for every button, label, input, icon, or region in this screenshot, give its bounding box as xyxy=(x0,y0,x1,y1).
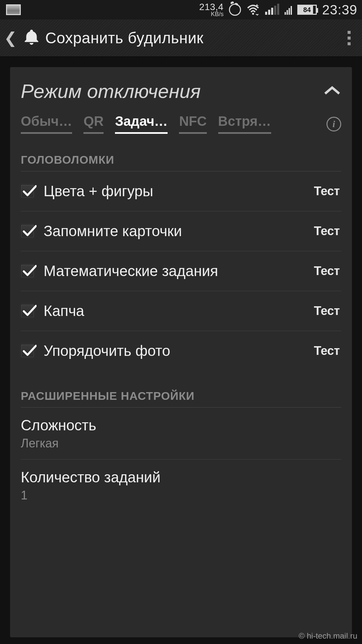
test-button[interactable]: Тест xyxy=(313,261,341,281)
battery-icon: 84 xyxy=(297,5,317,15)
overflow-menu-button[interactable] xyxy=(344,28,354,49)
content-area: Режим отключения Обыч… QR Задач… NFC Вст… xyxy=(0,57,362,637)
puzzle-row-captcha[interactable]: Капча Тест xyxy=(21,291,341,331)
cell-signal-icon xyxy=(265,5,279,15)
setting-task-count[interactable]: Количество заданий 1 xyxy=(21,460,341,511)
battery-percent: 84 xyxy=(303,6,311,14)
dismiss-mode-card: Режим отключения Обыч… QR Задач… NFC Вст… xyxy=(10,67,352,637)
svg-point-0 xyxy=(252,13,254,15)
setting-value: 1 xyxy=(21,488,341,502)
watermark: © hi-tech.mail.ru xyxy=(299,631,357,641)
setting-value: Легкая xyxy=(21,436,341,450)
tab-tasks[interactable]: Задач… xyxy=(115,114,168,134)
test-button[interactable]: Тест xyxy=(313,181,341,201)
test-button[interactable]: Тест xyxy=(313,221,341,241)
checkbox-icon[interactable] xyxy=(21,264,34,278)
setting-label: Количество заданий xyxy=(21,469,341,486)
section-header[interactable]: Режим отключения xyxy=(21,75,341,114)
checkbox-icon[interactable] xyxy=(21,224,34,238)
test-button[interactable]: Тест xyxy=(313,301,341,321)
alarm-set-icon xyxy=(229,4,241,16)
tab-qr[interactable]: QR xyxy=(83,114,104,134)
gallery-notification-icon xyxy=(6,4,21,15)
puzzle-row-math[interactable]: Математические задания Тест xyxy=(21,251,341,291)
puzzle-row-colors-shapes[interactable]: Цвета + фигуры Тест xyxy=(21,171,341,211)
chevron-up-icon xyxy=(323,85,341,98)
setting-label: Сложность xyxy=(21,417,341,434)
status-clock: 23:39 xyxy=(322,2,357,17)
action-bar: ❮ Сохранить будильник xyxy=(0,19,362,57)
page-title: Сохранить будильник xyxy=(45,29,203,47)
puzzle-label: Упорядочить фото xyxy=(44,342,303,359)
tabs-row: Обыч… QR Задач… NFC Встря… i xyxy=(21,114,341,135)
checkbox-icon[interactable] xyxy=(21,184,34,198)
section-title: Режим отключения xyxy=(21,80,201,102)
back-button[interactable]: ❮ xyxy=(3,29,18,47)
puzzle-label: Математические задания xyxy=(44,263,303,279)
puzzle-row-sort-photo[interactable]: Упорядочить фото Тест xyxy=(21,331,341,371)
puzzle-row-memorize-cards[interactable]: Запомните карточки Тест xyxy=(21,211,341,251)
alarm-bell-icon xyxy=(22,28,41,48)
status-bar: 213,4 KB/s 84 23:39 xyxy=(0,0,362,19)
group-label-advanced: РАСШИРЕННЫЕ НАСТРОЙКИ xyxy=(21,389,341,408)
group-label-puzzles: ГОЛОВОЛОМКИ xyxy=(21,153,341,171)
setting-difficulty[interactable]: Сложность Легкая xyxy=(21,408,341,460)
puzzle-label: Цвета + фигуры xyxy=(44,183,303,200)
test-button[interactable]: Тест xyxy=(313,341,341,361)
checkbox-icon[interactable] xyxy=(21,304,34,318)
checkbox-icon[interactable] xyxy=(21,344,34,358)
puzzle-label: Капча xyxy=(44,303,303,319)
tab-normal[interactable]: Обыч… xyxy=(21,114,72,134)
puzzle-label: Запомните карточки xyxy=(44,223,303,239)
info-icon[interactable]: i xyxy=(326,117,341,131)
tab-nfc[interactable]: NFC xyxy=(179,114,206,134)
network-speed-indicator: 213,4 KB/s xyxy=(199,2,224,17)
tab-shake[interactable]: Встря… xyxy=(218,114,271,134)
wifi-sync-icon xyxy=(246,4,260,15)
cell-signal-2-icon xyxy=(285,5,292,15)
